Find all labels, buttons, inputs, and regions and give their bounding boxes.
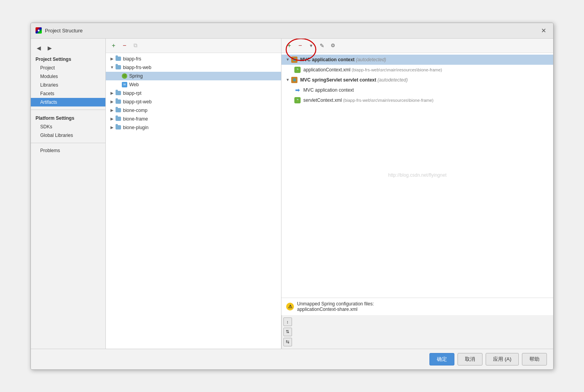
tree-item-biapp-frs[interactable]: ▶ biapp-frs bbox=[106, 55, 281, 63]
cancel-button[interactable]: 取消 bbox=[458, 353, 483, 365]
app-context-xml-item[interactable]: 🍃 applicationContext.xml (biapp-frs-web\… bbox=[281, 65, 553, 75]
back-button[interactable]: ◀ bbox=[34, 43, 43, 53]
mvc-app-context-ref-label: MVC application context bbox=[303, 87, 354, 93]
folder-icon-biapp-frs-web bbox=[115, 64, 121, 71]
servlet-context-xml-icon: 🍃 bbox=[294, 97, 301, 104]
window-title: Project Structure bbox=[45, 28, 83, 34]
sidebar-divider bbox=[31, 110, 105, 110]
folder-icon-biapp-rpt bbox=[115, 90, 121, 96]
right-toolbar: + − ▼ ✎ ⚙ bbox=[281, 39, 553, 53]
mvc-app-context-item[interactable]: ▼ 🌐 MVC application context (autodetecte… bbox=[281, 55, 553, 65]
title-bar-left: ■ Project Structure bbox=[36, 27, 83, 34]
tree-item-bione-plugin[interactable]: ▶ bione-plugin bbox=[106, 123, 281, 132]
warning-message: Unmapped Spring configuration files: bbox=[297, 301, 374, 307]
toggle-bione-frame: ▶ bbox=[109, 116, 115, 122]
sidebar-item-global-libraries[interactable]: Global Libraries bbox=[31, 131, 105, 140]
collapse-all-button[interactable]: ⇆ bbox=[283, 338, 292, 346]
tree-item-bione-comp[interactable]: ▶ bione-comp bbox=[106, 106, 281, 115]
servlet-context-xml-item[interactable]: 🍃 servletContext.xml (biapp-frs-web\src\… bbox=[281, 95, 553, 105]
sidebar-item-artifacts[interactable]: Artifacts bbox=[31, 98, 105, 106]
toggle-biapp-frs-web: ▼ bbox=[109, 64, 115, 71]
copy-button[interactable]: ⧉ bbox=[131, 41, 140, 50]
project-structure-dialog: ■ Project Structure ✕ ◀ ▶ Project Settin… bbox=[30, 23, 554, 370]
warning-text: Unmapped Spring configuration files: app… bbox=[297, 301, 374, 312]
arrow-icon: ➡ bbox=[295, 87, 300, 93]
middle-panel: + − ⧉ ▶ biapp-frs ▼ biapp-frs-web bbox=[106, 39, 281, 349]
title-bar: ■ Project Structure ✕ bbox=[31, 23, 553, 39]
tree-item-biapp-rpt-web[interactable]: ▶ biapp-rpt-web bbox=[106, 98, 281, 106]
toggle-biapp-frs: ▶ bbox=[109, 56, 115, 62]
mvc-app-context-ref-item[interactable]: ➡ MVC application context bbox=[281, 85, 553, 95]
sidebar: ◀ ▶ Project Settings Project Modules Lib… bbox=[31, 39, 106, 349]
tree-label-biapp-frs-web: biapp-frs-web bbox=[123, 65, 151, 70]
right-settings-button[interactable]: ⚙ bbox=[328, 41, 338, 50]
toggle-bione-plugin: ▶ bbox=[109, 124, 115, 131]
toggle-spring bbox=[115, 73, 121, 79]
nav-arrows: ◀ ▶ bbox=[31, 42, 105, 54]
warning-file: applicationContext-share.xml bbox=[297, 307, 374, 312]
spring-config-list: ▼ 🌐 MVC application context (autodetecte… bbox=[281, 53, 553, 298]
help-button[interactable]: 帮助 bbox=[522, 353, 547, 365]
folder-icon-bione-comp bbox=[115, 107, 121, 114]
tree-label-biapp-frs: biapp-frs bbox=[123, 56, 141, 62]
toggle-biapp-rpt-web: ▶ bbox=[109, 99, 115, 105]
mvc-servlet-icon: 🌐 bbox=[291, 76, 298, 83]
expand-all-button[interactable]: ⇅ bbox=[283, 328, 292, 336]
warning-bar: ⚠ Unmapped Spring configuration files: a… bbox=[281, 298, 553, 315]
sidebar-item-libraries[interactable]: Libraries bbox=[31, 81, 105, 89]
project-settings-header: Project Settings bbox=[31, 54, 105, 64]
tree-label-web: Web bbox=[129, 82, 139, 87]
folder-icon-bione-plugin bbox=[115, 124, 121, 131]
tree-item-biapp-rpt[interactable]: ▶ biapp-rpt bbox=[106, 89, 281, 98]
right-panel: + − ▼ ✎ ⚙ bbox=[281, 39, 553, 315]
confirm-button[interactable]: 确定 bbox=[429, 353, 454, 365]
tree-label-biapp-rpt-web: biapp-rpt-web bbox=[123, 99, 151, 105]
mvc-app-context-label: MVC application context bbox=[300, 57, 354, 62]
tree-label-biapp-rpt: biapp-rpt bbox=[123, 90, 141, 96]
right-edit-button[interactable]: ✎ bbox=[317, 41, 327, 50]
tree-item-web[interactable]: W Web bbox=[106, 80, 281, 89]
tree-label-bione-frame: bione-frame bbox=[123, 116, 148, 122]
watermark: http://blog.csdn.net/flyingnet bbox=[388, 172, 446, 178]
sidebar-item-facets[interactable]: Facets bbox=[31, 89, 105, 98]
platform-settings-header: Platform Settings bbox=[31, 113, 105, 122]
right-dropdown-button[interactable]: ▼ bbox=[306, 41, 316, 50]
mvc-icon: 🌐 bbox=[291, 56, 298, 63]
footer: 确定 取消 应用 (A) 帮助 bbox=[31, 349, 553, 369]
right-toolbar-container: + − ▼ ✎ ⚙ bbox=[281, 39, 553, 53]
app-context-xml-path: (biapp-frs-web\src\main\resources\bione-… bbox=[351, 67, 442, 72]
tree-item-bione-frame[interactable]: ▶ bione-frame bbox=[106, 115, 281, 123]
toggle-biapp-rpt: ▶ bbox=[109, 90, 115, 96]
right-add-button[interactable]: + bbox=[285, 41, 294, 50]
sidebar-item-problems[interactable]: Problems bbox=[31, 146, 105, 155]
right-remove-button[interactable]: − bbox=[296, 41, 305, 50]
module-tree: ▶ biapp-frs ▼ biapp-frs-web 🌿 Spring bbox=[106, 53, 281, 349]
folder-icon-biapp-rpt-web bbox=[115, 99, 121, 105]
right-side-buttons: ↕ ⇅ ⇆ bbox=[281, 315, 293, 349]
web-icon: W bbox=[121, 82, 128, 88]
servlet-context-xml-path: (biapp-frs-web\src\main\resources\bione-… bbox=[342, 98, 434, 103]
toggle-web bbox=[115, 82, 121, 88]
right-panel-wrapper: + − ▼ ✎ ⚙ bbox=[281, 39, 553, 349]
sidebar-item-project[interactable]: Project bbox=[31, 64, 105, 72]
sort-button[interactable]: ↕ bbox=[283, 318, 292, 326]
forward-button[interactable]: ▶ bbox=[45, 43, 54, 53]
servlet-context-xml-label: servletContext.xml bbox=[303, 98, 342, 103]
spring-icon: 🌿 bbox=[121, 73, 128, 79]
mvc-servlet-context-item[interactable]: ▼ 🌐 MVC springServlet servlet context (a… bbox=[281, 75, 553, 85]
add-button[interactable]: + bbox=[109, 41, 118, 50]
folder-icon-bione-frame bbox=[115, 116, 121, 122]
sidebar-item-sdks[interactable]: SDKs bbox=[31, 122, 105, 131]
toggle-bione-comp: ▶ bbox=[109, 107, 115, 114]
remove-button[interactable]: − bbox=[120, 41, 129, 50]
content-area: ◀ ▶ Project Settings Project Modules Lib… bbox=[31, 39, 553, 349]
mvc-toggle: ▼ bbox=[285, 57, 291, 63]
app-context-xml-icon: 🍃 bbox=[294, 66, 301, 73]
mvc-servlet-toggle: ▼ bbox=[285, 77, 291, 83]
tree-item-biapp-frs-web[interactable]: ▼ biapp-frs-web bbox=[106, 63, 281, 72]
app-context-xml-label: applicationContext.xml bbox=[303, 67, 351, 73]
tree-item-spring[interactable]: 🌿 Spring bbox=[106, 72, 281, 80]
apply-button[interactable]: 应用 (A) bbox=[486, 353, 519, 365]
sidebar-item-modules[interactable]: Modules bbox=[31, 72, 105, 81]
close-button[interactable]: ✕ bbox=[539, 26, 548, 35]
